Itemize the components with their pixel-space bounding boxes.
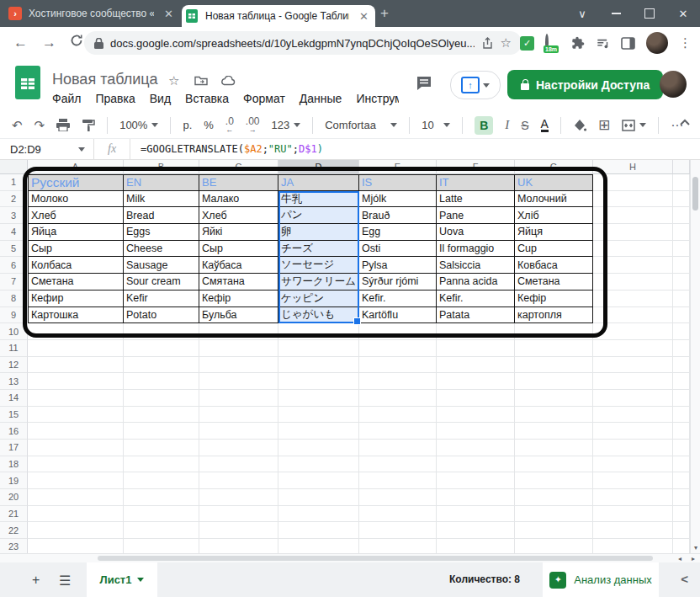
text-color-button[interactable]: A (541, 118, 549, 132)
browser-tab-inactive[interactable]: › Хостинговое сообщество «Time ✕ (8, 0, 177, 27)
cell[interactable] (199, 407, 278, 424)
cell[interactable] (278, 390, 359, 407)
cell[interactable] (359, 489, 437, 506)
print-icon[interactable] (56, 119, 70, 131)
cell[interactable] (278, 373, 359, 390)
cell[interactable] (673, 340, 690, 357)
cell[interactable] (199, 522, 278, 539)
column-header-D[interactable]: D (278, 160, 359, 174)
cell-B2[interactable]: Milk (124, 191, 199, 208)
cell[interactable] (199, 539, 278, 553)
cell-A5[interactable]: Сыр (28, 241, 124, 258)
cell[interactable] (673, 373, 690, 390)
cell[interactable] (124, 522, 199, 539)
cell[interactable] (593, 506, 673, 523)
cell[interactable] (593, 539, 673, 553)
italic-button[interactable]: I (505, 118, 509, 132)
checkmark-extension-icon[interactable]: ✓ (520, 36, 534, 51)
cell[interactable] (124, 323, 199, 340)
cell[interactable] (124, 407, 199, 424)
cell-C3[interactable]: Хлеб (199, 207, 278, 224)
row-header-11[interactable]: 11 (0, 340, 28, 357)
column-header-G[interactable]: G (515, 160, 593, 174)
media-controls-icon[interactable] (596, 36, 610, 51)
cell[interactable] (199, 357, 278, 374)
cell-B9[interactable]: Potato (124, 307, 199, 324)
cell[interactable] (359, 323, 437, 340)
cell-D3[interactable]: パン (278, 207, 359, 224)
cell[interactable] (673, 539, 690, 553)
cell[interactable] (28, 456, 124, 473)
browser-menu-kebab-icon[interactable]: ⋮ (679, 35, 692, 51)
cell-D8[interactable]: ケッピン (278, 291, 359, 307)
cell-A1[interactable]: Русский (28, 174, 124, 191)
cell-F4[interactable]: Uova (437, 224, 515, 241)
cell[interactable] (673, 307, 690, 324)
url-bar[interactable]: docs.google.com/spreadsheets/d/10yLekdgp… (84, 31, 522, 55)
cell[interactable] (437, 456, 515, 473)
sheet-tab[interactable]: Лист1 (87, 562, 157, 597)
cell[interactable] (515, 323, 593, 340)
row-header-20[interactable]: 20 (0, 489, 28, 506)
zoom-select[interactable]: 100% (119, 119, 158, 131)
cell-G6[interactable]: Ковбаса (515, 257, 593, 274)
back-icon[interactable]: ← (13, 35, 28, 51)
menu-вставка[interactable]: Вставка (185, 92, 229, 105)
scroll-right-icon[interactable]: ▸ (692, 555, 695, 562)
cell[interactable] (278, 456, 359, 473)
cell[interactable] (199, 423, 278, 440)
cell[interactable] (278, 423, 359, 440)
cell[interactable] (359, 472, 437, 489)
cell[interactable] (359, 390, 437, 407)
cell-E2[interactable]: Mjólk (359, 191, 437, 208)
decrease-decimal-button[interactable]: .0← (225, 117, 234, 134)
cell-B6[interactable]: Sausage (124, 257, 199, 274)
row-header-3[interactable]: 3 (0, 207, 28, 224)
row-header-18[interactable]: 18 (0, 456, 28, 473)
cell[interactable] (673, 274, 690, 291)
cell[interactable] (673, 472, 690, 489)
cell[interactable] (278, 340, 359, 357)
cell[interactable] (28, 340, 124, 357)
cell[interactable] (199, 340, 278, 357)
undo-icon[interactable]: ↶ (12, 119, 23, 131)
cell[interactable] (359, 423, 437, 440)
cell[interactable] (124, 539, 199, 553)
formula-input[interactable]: =GOOGLETRANSLATE($A2;"RU";D$1) (130, 143, 323, 155)
cell-C4[interactable]: Яйкі (199, 224, 278, 241)
cell[interactable] (28, 472, 124, 489)
cell-D9[interactable]: じゃがいも (278, 307, 359, 324)
collapse-panel-icon[interactable]: < (681, 572, 688, 586)
doc-title[interactable]: Новая таблица (52, 71, 158, 88)
cell[interactable] (437, 472, 515, 489)
browser-avatar[interactable] (646, 32, 668, 54)
cell-B4[interactable]: Eggs (124, 224, 199, 241)
cell-F3[interactable]: Pane (437, 207, 515, 224)
cell-E9[interactable]: Kartöflu (359, 307, 437, 324)
cell-G7[interactable]: Сметана (515, 274, 593, 291)
increase-decimal-button[interactable]: .00→ (246, 117, 260, 134)
cell[interactable] (673, 522, 690, 539)
cell[interactable] (359, 373, 437, 390)
collapse-toolbar-icon[interactable] (680, 119, 690, 125)
cell-E5[interactable]: Osti (359, 241, 437, 258)
cell-G8[interactable]: Кефір (515, 291, 593, 307)
cell[interactable] (28, 539, 124, 553)
cell[interactable] (278, 323, 359, 340)
cell[interactable] (593, 207, 673, 224)
number-format-menu[interactable]: 123 (272, 119, 301, 131)
tab-close-icon[interactable]: ✕ (161, 8, 177, 20)
cell[interactable] (359, 506, 437, 523)
cell[interactable] (359, 357, 437, 374)
cell-E4[interactable]: Egg (359, 224, 437, 241)
cell-C7[interactable]: Смятана (199, 274, 278, 291)
tab-close-icon[interactable]: ✕ (356, 10, 372, 23)
cell[interactable] (515, 489, 593, 506)
cell[interactable] (593, 224, 673, 241)
star-doc-icon[interactable]: ☆ (168, 73, 179, 88)
cell[interactable] (593, 307, 673, 324)
horizontal-scroll-thumb[interactable] (98, 556, 653, 561)
cell[interactable] (593, 340, 673, 357)
cell-B3[interactable]: Bread (124, 207, 199, 224)
forward-icon[interactable]: → (42, 35, 56, 51)
